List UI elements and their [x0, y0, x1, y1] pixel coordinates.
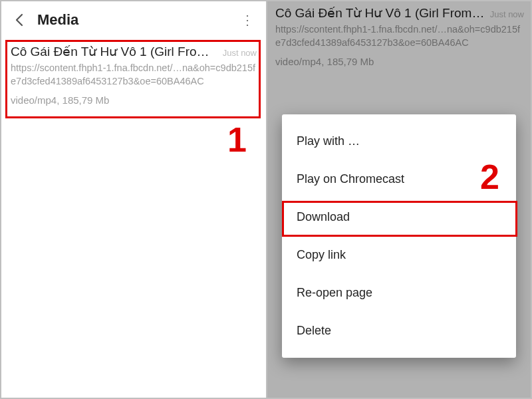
app-bar: Media ⋮	[1, 1, 266, 39]
back-icon[interactable]	[5, 5, 35, 35]
media-item-url: https://scontent.fhph1-1.fna.fbcdn.net/……	[11, 62, 257, 88]
media-item-title: Cô Gái Đến Từ Hư Vô 1 (Girl From N…	[11, 44, 219, 59]
menu-option-play-with[interactable]: Play with …	[282, 122, 516, 160]
menu-option-copy-link[interactable]: Copy link	[282, 236, 516, 274]
media-item-meta: video/mp4, 185,79 Mb	[11, 94, 257, 106]
menu-option-delete[interactable]: Delete	[282, 312, 516, 350]
media-item-timestamp: Just now	[223, 48, 257, 58]
annotation-step-1: 1	[227, 120, 247, 160]
menu-option-chromecast[interactable]: Play on Chromecast	[282, 160, 516, 198]
menu-option-download[interactable]: Download	[282, 198, 516, 236]
media-list-item[interactable]: Cô Gái Đến Từ Hư Vô 1 (Girl From N… Just…	[7, 39, 261, 112]
right-screenshot: Cô Gái Đến Từ Hư Vô 1 (Girl From N… Just…	[266, 1, 531, 398]
page-title: Media	[37, 11, 233, 29]
menu-option-reopen-page[interactable]: Re-open page	[282, 274, 516, 312]
left-screenshot: Media ⋮ Cô Gái Đến Từ Hư Vô 1 (Girl From…	[1, 1, 266, 398]
context-menu: Play with … Play on Chromecast Download …	[282, 114, 516, 358]
overflow-icon[interactable]: ⋮	[233, 5, 262, 35]
